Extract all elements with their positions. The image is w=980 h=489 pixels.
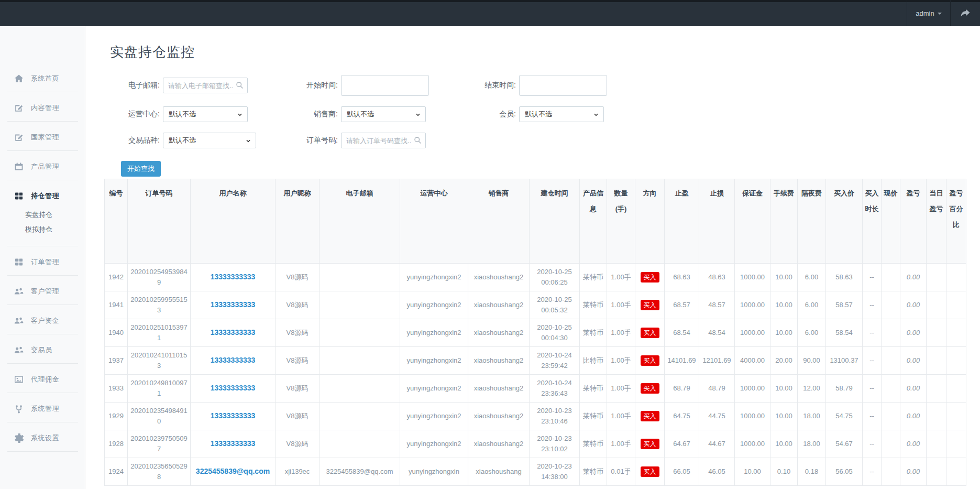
search-icon xyxy=(235,81,244,90)
cell-take-profit: 68.63 xyxy=(665,264,699,291)
sidebar-item-settings[interactable]: 系统设置 xyxy=(0,422,85,452)
cell-seller: xiaoshoushang2 xyxy=(468,264,530,291)
column-header: 止盈 xyxy=(665,179,699,264)
cell-margin: 4000.00 xyxy=(735,347,770,375)
cell-take-profit: 66.05 xyxy=(665,458,699,486)
cell-product: 莱特币 xyxy=(580,264,607,291)
cell-qty: 1.00手 xyxy=(607,347,635,375)
sidebar-item-positions[interactable]: 持仓管理实盘持仓模拟持仓 xyxy=(0,180,85,246)
grid-icon xyxy=(14,191,24,201)
cell-op-center: yunyingzhongxin xyxy=(400,458,468,486)
search-button[interactable]: 开始查找 xyxy=(121,161,161,177)
cell-direction: 买入 xyxy=(635,264,665,291)
username-link[interactable]: 13333333333 xyxy=(211,273,256,281)
table-row: 1929202010235498491013333333333V8源码yunyi… xyxy=(105,403,966,430)
filter-row-3: 交易品种: 默认不选 订单号码: xyxy=(109,133,980,148)
logout-button[interactable] xyxy=(951,0,980,26)
sidebar-item-customers[interactable]: 客户管理 xyxy=(0,276,85,305)
cell-nickname: V8源码 xyxy=(276,291,320,319)
cell-current-price xyxy=(882,403,900,430)
cell-stop-loss: 46.05 xyxy=(699,458,735,486)
cell-pnl-pct xyxy=(946,375,966,403)
sidebar-nav: 系统首页内容管理国家管理产品管理持仓管理实盘持仓模拟持仓订单管理客户管理客户资金… xyxy=(0,26,85,489)
cell-pnl: 0.00 xyxy=(900,375,927,403)
cell-qty: 1.00手 xyxy=(607,375,635,403)
cell-day-pnl xyxy=(927,458,946,486)
cell-qty: 1.00手 xyxy=(607,430,635,458)
cell-product: 莱特币 xyxy=(580,291,607,319)
column-header: 现价 xyxy=(882,179,900,264)
cell-op-center: yunyingzhongxin2 xyxy=(400,347,468,375)
cell-id: 1942 xyxy=(105,264,128,291)
sidebar-item-country[interactable]: 国家管理 xyxy=(0,122,85,151)
cell-overnight-fee: 12.00 xyxy=(798,375,826,403)
username-link[interactable]: 13333333333 xyxy=(211,411,256,420)
username-link[interactable]: 13333333333 xyxy=(211,439,256,448)
seller-select[interactable]: 默认不选 xyxy=(341,106,426,122)
cell-overnight-fee: 0.18 xyxy=(798,458,826,486)
cell-seller: xiaoshoushang2 xyxy=(468,403,530,430)
edit-icon xyxy=(14,132,24,143)
sidebar-item-label: 产品管理 xyxy=(31,162,59,171)
start-time-input[interactable] xyxy=(341,75,429,96)
cell-buy-price: 56.05 xyxy=(826,458,863,486)
cell-stop-loss: 12101.69 xyxy=(699,347,735,375)
cell-open: 2020-10-2423:59:42 xyxy=(530,347,580,375)
user-menu[interactable]: admin xyxy=(907,0,951,26)
username-link[interactable]: 13333333333 xyxy=(211,300,256,309)
sidebar-item-label: 系统首页 xyxy=(31,74,59,83)
sidebar-item-home[interactable]: 系统首页 xyxy=(0,63,85,92)
direction-badge: 买入 xyxy=(641,411,659,421)
cell-open: 2020-10-2323:10:46 xyxy=(530,403,580,430)
sidebar-subitem-sim-positions[interactable]: 模拟持仓 xyxy=(0,222,85,237)
sidebar-item-traders[interactable]: 交易员 xyxy=(0,334,85,364)
cell-op-center: yunyingzhongxin2 xyxy=(400,403,468,430)
sidebar-item-product[interactable]: 产品管理 xyxy=(0,151,85,180)
cell-id: 1929 xyxy=(105,403,128,430)
symbol-select[interactable]: 默认不选 xyxy=(163,133,256,148)
username-link[interactable]: 3225455839@qq.com xyxy=(196,467,270,475)
cell-buy-price: 58.57 xyxy=(826,291,863,319)
cell-email xyxy=(320,319,400,347)
cell-order-no: 2020102510153971 xyxy=(128,319,191,347)
cell-margin: 1000.00 xyxy=(735,430,770,458)
table-row: 1937202010241011015313333333333V8源码yunyi… xyxy=(105,347,966,375)
column-header: 盈亏 xyxy=(900,179,927,264)
sidebar-subitem-real-positions[interactable]: 实盘持仓 xyxy=(0,208,85,222)
cell-open: 2020-10-2500:04:30 xyxy=(530,319,580,347)
cell-op-center: yunyingzhongxin2 xyxy=(400,430,468,458)
sidebar-item-orders[interactable]: 订单管理 xyxy=(0,246,85,276)
end-time-input[interactable] xyxy=(519,75,607,96)
email-filter: 电子邮箱: xyxy=(109,78,288,93)
cell-day-pnl xyxy=(927,291,946,319)
username-link[interactable]: 13333333333 xyxy=(211,384,256,392)
search-icon xyxy=(413,136,422,145)
sidebar-item-content[interactable]: 内容管理 xyxy=(0,92,85,122)
cell-overnight-fee: 6.00 xyxy=(798,291,826,319)
cell-product: 莱特币 xyxy=(580,430,607,458)
cell-day-pnl xyxy=(927,430,946,458)
cell-current-price xyxy=(882,319,900,347)
cell-duration: -- xyxy=(863,403,882,430)
order-no-label: 订单号码: xyxy=(288,136,338,145)
cell-username: 13333333333 xyxy=(191,347,276,375)
column-header: 手续费 xyxy=(770,179,798,264)
table-row: 1941202010259955515313333333333V8源码yunyi… xyxy=(105,291,966,319)
member-select[interactable]: 默认不选 xyxy=(519,106,604,122)
username-link[interactable]: 13333333333 xyxy=(211,356,256,364)
direction-badge: 买入 xyxy=(641,383,659,394)
cell-current-price xyxy=(882,347,900,375)
cell-duration: -- xyxy=(863,375,882,403)
sidebar-item-system[interactable]: 系统管理 xyxy=(0,393,85,422)
column-header: 编号 xyxy=(105,179,128,264)
cell-margin: 1000.00 xyxy=(735,319,770,347)
sidebar-item-commission[interactable]: 代理佣金 xyxy=(0,364,85,393)
op-center-select[interactable]: 默认不选 xyxy=(163,106,248,122)
cell-username: 13333333333 xyxy=(191,430,276,458)
cell-fee: 10.00 xyxy=(770,291,798,319)
username-link[interactable]: 13333333333 xyxy=(211,328,256,336)
page-title: 实盘持仓监控 xyxy=(110,43,980,61)
cell-nickname: V8源码 xyxy=(276,319,320,347)
column-header: 用户昵称 xyxy=(276,179,320,264)
sidebar-item-funds[interactable]: 客户资金 xyxy=(0,305,85,334)
